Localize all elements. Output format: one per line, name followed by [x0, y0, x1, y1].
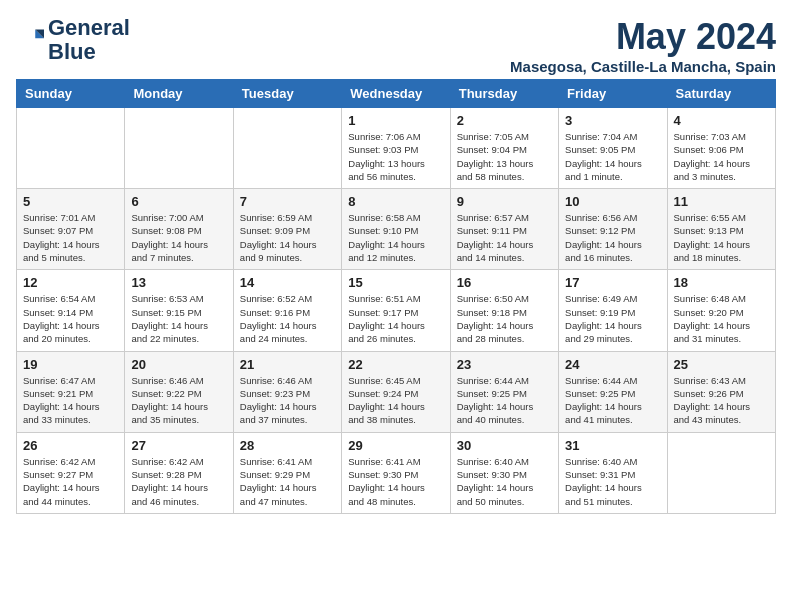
day-number: 4	[674, 113, 769, 128]
day-number: 15	[348, 275, 443, 290]
day-number: 7	[240, 194, 335, 209]
day-number: 26	[23, 438, 118, 453]
day-info: Sunrise: 6:47 AM Sunset: 9:21 PM Dayligh…	[23, 374, 118, 427]
day-number: 12	[23, 275, 118, 290]
day-cell	[125, 108, 233, 189]
day-cell: 15Sunrise: 6:51 AM Sunset: 9:17 PM Dayli…	[342, 270, 450, 351]
day-cell: 26Sunrise: 6:42 AM Sunset: 9:27 PM Dayli…	[17, 432, 125, 513]
day-number: 16	[457, 275, 552, 290]
day-cell: 3Sunrise: 7:04 AM Sunset: 9:05 PM Daylig…	[559, 108, 667, 189]
day-number: 23	[457, 357, 552, 372]
day-info: Sunrise: 7:00 AM Sunset: 9:08 PM Dayligh…	[131, 211, 226, 264]
day-cell: 2Sunrise: 7:05 AM Sunset: 9:04 PM Daylig…	[450, 108, 558, 189]
day-cell: 12Sunrise: 6:54 AM Sunset: 9:14 PM Dayli…	[17, 270, 125, 351]
day-number: 24	[565, 357, 660, 372]
day-info: Sunrise: 6:44 AM Sunset: 9:25 PM Dayligh…	[457, 374, 552, 427]
day-info: Sunrise: 6:46 AM Sunset: 9:23 PM Dayligh…	[240, 374, 335, 427]
day-cell: 24Sunrise: 6:44 AM Sunset: 9:25 PM Dayli…	[559, 351, 667, 432]
day-info: Sunrise: 6:40 AM Sunset: 9:31 PM Dayligh…	[565, 455, 660, 508]
logo-icon	[16, 26, 44, 54]
day-info: Sunrise: 6:43 AM Sunset: 9:26 PM Dayligh…	[674, 374, 769, 427]
day-cell: 25Sunrise: 6:43 AM Sunset: 9:26 PM Dayli…	[667, 351, 775, 432]
day-info: Sunrise: 6:49 AM Sunset: 9:19 PM Dayligh…	[565, 292, 660, 345]
logo-text: General Blue	[48, 16, 130, 64]
day-info: Sunrise: 6:56 AM Sunset: 9:12 PM Dayligh…	[565, 211, 660, 264]
col-header-wednesday: Wednesday	[342, 80, 450, 108]
day-number: 28	[240, 438, 335, 453]
day-info: Sunrise: 6:42 AM Sunset: 9:27 PM Dayligh…	[23, 455, 118, 508]
day-number: 18	[674, 275, 769, 290]
day-info: Sunrise: 7:04 AM Sunset: 9:05 PM Dayligh…	[565, 130, 660, 183]
day-number: 29	[348, 438, 443, 453]
day-number: 5	[23, 194, 118, 209]
day-cell: 23Sunrise: 6:44 AM Sunset: 9:25 PM Dayli…	[450, 351, 558, 432]
day-number: 2	[457, 113, 552, 128]
day-info: Sunrise: 6:54 AM Sunset: 9:14 PM Dayligh…	[23, 292, 118, 345]
day-cell: 19Sunrise: 6:47 AM Sunset: 9:21 PM Dayli…	[17, 351, 125, 432]
col-header-saturday: Saturday	[667, 80, 775, 108]
day-number: 3	[565, 113, 660, 128]
day-info: Sunrise: 6:52 AM Sunset: 9:16 PM Dayligh…	[240, 292, 335, 345]
day-info: Sunrise: 6:55 AM Sunset: 9:13 PM Dayligh…	[674, 211, 769, 264]
day-info: Sunrise: 6:53 AM Sunset: 9:15 PM Dayligh…	[131, 292, 226, 345]
col-header-thursday: Thursday	[450, 80, 558, 108]
day-info: Sunrise: 6:51 AM Sunset: 9:17 PM Dayligh…	[348, 292, 443, 345]
col-header-friday: Friday	[559, 80, 667, 108]
page-header: General Blue May 2024 Masegosa, Castille…	[16, 16, 776, 75]
day-cell	[233, 108, 341, 189]
day-cell: 28Sunrise: 6:41 AM Sunset: 9:29 PM Dayli…	[233, 432, 341, 513]
title-block: May 2024 Masegosa, Castille-La Mancha, S…	[510, 16, 776, 75]
day-cell: 10Sunrise: 6:56 AM Sunset: 9:12 PM Dayli…	[559, 189, 667, 270]
day-cell: 20Sunrise: 6:46 AM Sunset: 9:22 PM Dayli…	[125, 351, 233, 432]
day-number: 21	[240, 357, 335, 372]
day-cell: 11Sunrise: 6:55 AM Sunset: 9:13 PM Dayli…	[667, 189, 775, 270]
day-info: Sunrise: 6:42 AM Sunset: 9:28 PM Dayligh…	[131, 455, 226, 508]
day-number: 31	[565, 438, 660, 453]
day-info: Sunrise: 6:57 AM Sunset: 9:11 PM Dayligh…	[457, 211, 552, 264]
day-info: Sunrise: 7:05 AM Sunset: 9:04 PM Dayligh…	[457, 130, 552, 183]
day-number: 17	[565, 275, 660, 290]
day-cell: 14Sunrise: 6:52 AM Sunset: 9:16 PM Dayli…	[233, 270, 341, 351]
calendar-header-row: SundayMondayTuesdayWednesdayThursdayFrid…	[17, 80, 776, 108]
day-number: 25	[674, 357, 769, 372]
day-number: 9	[457, 194, 552, 209]
day-info: Sunrise: 6:48 AM Sunset: 9:20 PM Dayligh…	[674, 292, 769, 345]
day-number: 27	[131, 438, 226, 453]
day-number: 8	[348, 194, 443, 209]
day-cell: 18Sunrise: 6:48 AM Sunset: 9:20 PM Dayli…	[667, 270, 775, 351]
day-cell: 21Sunrise: 6:46 AM Sunset: 9:23 PM Dayli…	[233, 351, 341, 432]
month-title: May 2024	[510, 16, 776, 58]
day-cell: 29Sunrise: 6:41 AM Sunset: 9:30 PM Dayli…	[342, 432, 450, 513]
week-row-4: 19Sunrise: 6:47 AM Sunset: 9:21 PM Dayli…	[17, 351, 776, 432]
day-number: 14	[240, 275, 335, 290]
calendar-table: SundayMondayTuesdayWednesdayThursdayFrid…	[16, 79, 776, 514]
day-cell: 4Sunrise: 7:03 AM Sunset: 9:06 PM Daylig…	[667, 108, 775, 189]
day-cell: 17Sunrise: 6:49 AM Sunset: 9:19 PM Dayli…	[559, 270, 667, 351]
day-info: Sunrise: 7:01 AM Sunset: 9:07 PM Dayligh…	[23, 211, 118, 264]
week-row-5: 26Sunrise: 6:42 AM Sunset: 9:27 PM Dayli…	[17, 432, 776, 513]
day-info: Sunrise: 7:03 AM Sunset: 9:06 PM Dayligh…	[674, 130, 769, 183]
week-row-2: 5Sunrise: 7:01 AM Sunset: 9:07 PM Daylig…	[17, 189, 776, 270]
day-number: 19	[23, 357, 118, 372]
day-cell: 16Sunrise: 6:50 AM Sunset: 9:18 PM Dayli…	[450, 270, 558, 351]
day-number: 10	[565, 194, 660, 209]
day-cell: 6Sunrise: 7:00 AM Sunset: 9:08 PM Daylig…	[125, 189, 233, 270]
day-number: 6	[131, 194, 226, 209]
day-info: Sunrise: 6:44 AM Sunset: 9:25 PM Dayligh…	[565, 374, 660, 427]
day-info: Sunrise: 6:45 AM Sunset: 9:24 PM Dayligh…	[348, 374, 443, 427]
day-number: 20	[131, 357, 226, 372]
day-cell: 1Sunrise: 7:06 AM Sunset: 9:03 PM Daylig…	[342, 108, 450, 189]
day-info: Sunrise: 6:41 AM Sunset: 9:29 PM Dayligh…	[240, 455, 335, 508]
location-title: Masegosa, Castille-La Mancha, Spain	[510, 58, 776, 75]
col-header-monday: Monday	[125, 80, 233, 108]
day-cell	[667, 432, 775, 513]
day-number: 22	[348, 357, 443, 372]
col-header-sunday: Sunday	[17, 80, 125, 108]
week-row-1: 1Sunrise: 7:06 AM Sunset: 9:03 PM Daylig…	[17, 108, 776, 189]
logo: General Blue	[16, 16, 130, 64]
day-info: Sunrise: 6:40 AM Sunset: 9:30 PM Dayligh…	[457, 455, 552, 508]
day-cell: 9Sunrise: 6:57 AM Sunset: 9:11 PM Daylig…	[450, 189, 558, 270]
day-number: 30	[457, 438, 552, 453]
week-row-3: 12Sunrise: 6:54 AM Sunset: 9:14 PM Dayli…	[17, 270, 776, 351]
day-cell: 27Sunrise: 6:42 AM Sunset: 9:28 PM Dayli…	[125, 432, 233, 513]
